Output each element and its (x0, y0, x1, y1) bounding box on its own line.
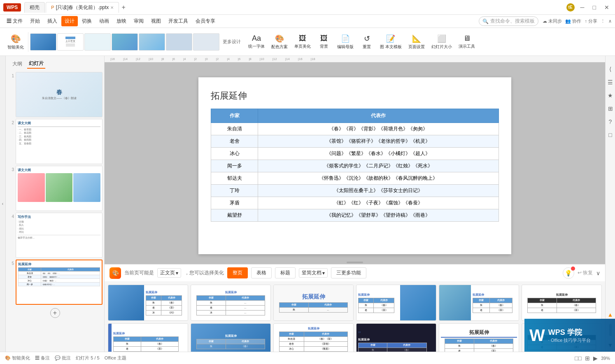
slide-item-3[interactable]: 3 课文大纲 (7, 166, 102, 211)
slide-item-2[interactable]: 2 课文大纲 · 一、春草图· 二、春花图· 三、春风图· 四、春雨图· 五、迎… (7, 119, 102, 164)
expand-button[interactable]: ∨ (596, 270, 600, 276)
background-button[interactable]: 🖼 背景 (315, 32, 333, 51)
template-card-2[interactable]: 拓展延伸 作家代表作 朱... 老... 冰... (191, 285, 271, 321)
rs-star-icon[interactable]: ★ (606, 90, 615, 100)
template-card-8[interactable]: 拓展延伸 作家代表作 朱《春》 (191, 323, 271, 352)
theme-thumb-5[interactable] (139, 33, 165, 51)
menu-view[interactable]: 视图 (148, 16, 164, 26)
tab-shell[interactable]: 稻壳 (24, 2, 45, 13)
menu-slideshow[interactable]: 放映 (113, 16, 130, 26)
comment-status[interactable]: 💬 批注 (55, 355, 71, 361)
color-scheme-label: 配色方案 (271, 44, 288, 50)
slide-5-title-preview: 拓展延伸 (18, 262, 100, 267)
menu-member[interactable]: 会员专享 (192, 16, 219, 26)
template-card-10[interactable]: " 拓展延伸 作家代表作 朱《春》 (356, 323, 436, 352)
present-tool-button[interactable]: 🖥 演示工具 (456, 32, 478, 51)
unified-font-button[interactable]: Aa 统一字体 (246, 32, 267, 51)
theme-thumb-1[interactable] (30, 33, 56, 51)
more-func-button[interactable]: 三更多功能 (331, 267, 366, 278)
page-type-select[interactable]: 正文页 ▾ (157, 268, 181, 278)
slide-beautify-button[interactable]: 🖼 单页美化 (292, 32, 313, 51)
slide-canvas[interactable]: 拓展延伸 作家 代表作 朱自清《春》《荷》《背影》《荷塘月色》《匆匆》老舍《茶馆… (198, 77, 511, 254)
share-button[interactable]: ↑ 分享 (585, 18, 597, 24)
slide-thumb-3[interactable]: 课文大纲 (16, 166, 102, 211)
outline-tab[interactable]: 大纲 (11, 60, 24, 68)
slide-thumb-2[interactable]: 课文大纲 · 一、春草图· 二、春花图· 三、春风图· 四、春雨图· 五、迎春图 (16, 119, 102, 164)
add-tab-button[interactable]: + (121, 4, 125, 11)
ai-beautify-status[interactable]: 🎨 智能美化 (5, 355, 30, 361)
theme-thumb-2[interactable]: 上工艺文 (57, 33, 84, 51)
theme-thumb-7[interactable] (193, 33, 219, 51)
rs-scroll-up-icon[interactable]: ⟨ (608, 64, 613, 74)
wps-account-icon[interactable]: tE (566, 3, 575, 12)
theme-thumb-6[interactable] (166, 33, 192, 51)
more-design-button[interactable]: 更多设计 (221, 39, 242, 45)
slide-thumb-5[interactable]: 拓展延伸 作家代表作 朱自清《春》《荷》《背影》... 老舍《茶馆》《骆驼祥子》… (16, 260, 102, 305)
more-menu-button[interactable]: ⋮ (601, 19, 605, 24)
view-grid-button[interactable]: ⊞ (585, 355, 590, 362)
sync-button[interactable]: ☁ 未同步 (543, 18, 562, 24)
template-card-11[interactable]: 拓展延伸 作家代表作 朱《春》 老《茶》 (439, 323, 519, 352)
rs-help-icon[interactable]: ? (607, 117, 614, 127)
slide-size-button[interactable]: ⬜ 幻灯片大小 (429, 32, 454, 51)
template-card-3[interactable]: 拓展延伸 作家代表作 朱... (273, 285, 354, 321)
edit-master-button[interactable]: 📄 编辑母版 (335, 32, 356, 51)
scroll-bar[interactable] (347, 262, 363, 263)
view-normal-button[interactable]: □□ (575, 355, 582, 362)
menu-file[interactable]: ☰ 文件 (3, 16, 26, 26)
template-card-6[interactable]: 拓展延伸 作家代表作 朱《春》 老《茶》 (522, 285, 602, 321)
menu-devtools[interactable]: 开发工具 (165, 16, 191, 26)
template-card-5[interactable]: 拓展延伸 作家代表作 朱《春》 老《茶》 (439, 285, 519, 321)
tab-shell-label: 稻壳 (30, 4, 40, 11)
collab-button[interactable]: 👥 协作 (565, 18, 581, 24)
slide-item-1[interactable]: 1 春 朱自清散文——《春》朗读 (7, 72, 102, 117)
rs-grid-icon[interactable]: ⊞ (606, 104, 615, 114)
menu-home[interactable]: 开始 (27, 16, 43, 26)
table-header-author: 作家 (211, 109, 258, 123)
menu-transition[interactable]: 切换 (79, 16, 95, 26)
menu-insert[interactable]: 插入 (44, 16, 61, 26)
text-master-button[interactable]: 📝 图 本文模板 (377, 32, 404, 51)
tab-file[interactable]: P [只读]春（美化前）.pptx ✕ (46, 2, 119, 13)
table-cell-author: 朱自清 (211, 123, 258, 135)
theme-thumb-4[interactable] (112, 33, 138, 51)
search-box[interactable]: 🔍 查找命令、搜索模板 (479, 16, 538, 26)
wholepage-button[interactable]: 整页 (227, 267, 248, 278)
panel-collapse-button[interactable]: ‹ (0, 56, 6, 352)
view-play-button[interactable]: ▶ (593, 355, 598, 362)
menu-animation[interactable]: 动画 (96, 16, 112, 26)
table-button[interactable]: 表格 (251, 267, 272, 278)
slide-thumb-4[interactable]: 写作手法 · 比喻· 拟人· 排比· 对比 修辞手法分析... (16, 213, 102, 258)
slide-item-5[interactable]: 5 拓展延伸 作家代表作 朱自清《春》《荷》《背影》... 老舍《茶馆》《骆驼祥… (7, 260, 102, 305)
menu-review[interactable]: 审阅 (130, 16, 147, 26)
close-button[interactable]: ✕ (602, 3, 612, 12)
template-card-7[interactable]: 拓展延伸 作家代表作 朱《春》 老《茶》 (108, 323, 188, 352)
note-status[interactable]: ☰ 备注 (35, 355, 50, 361)
restore-button[interactable]: ↩ 恢复 (578, 269, 593, 276)
bulb-button[interactable]: 💡 (563, 267, 574, 279)
rs-scroll-indicator-top[interactable]: ▲ (606, 310, 615, 320)
page-setup-button[interactable]: 📐 页面设置 (406, 32, 427, 51)
slides-tab[interactable]: 幻灯片 (27, 59, 45, 69)
color-scheme-button[interactable]: 🎨 配色方案 (269, 32, 290, 51)
ai-beautify-button[interactable]: 🎨 智能美化 (5, 32, 26, 52)
add-slide-button[interactable]: + (50, 308, 60, 318)
minimize-button[interactable]: ─ (578, 3, 587, 12)
tab-close-icon[interactable]: ✕ (110, 5, 114, 10)
maximize-button[interactable]: □ (590, 3, 599, 12)
rs-nav-icon[interactable]: ☰ (606, 77, 615, 87)
title-button[interactable]: 标题 (275, 267, 296, 278)
menu-design[interactable]: 设计 (61, 16, 78, 26)
simpledoc-select[interactable]: 竖简文档 ▾ (299, 268, 328, 278)
content-table: 作家 代表作 朱自清《春》《荷》《背影》《荷塘月色》《匆匆》老舍《茶馆》《骆驼祥… (211, 109, 499, 222)
template-card-4[interactable]: 拓展延伸 作家代表作 朱《春》 老《茶》 (356, 285, 436, 321)
slide-item-4[interactable]: 4 写作手法 · 比喻· 拟人· 排比· 对比 修辞手法分析... (7, 213, 102, 258)
theme-thumb-3[interactable] (84, 33, 111, 51)
template-card-1[interactable]: 拓展延伸 作家代表作 朱《春》 老《茶》 冰《问》 (108, 285, 188, 321)
slide-3-title: 课文大纲 (18, 168, 100, 172)
collapse-ribbon-button[interactable]: ∧ (608, 19, 612, 24)
slide-thumb-1[interactable]: 春 朱自清散文——《春》朗读 (16, 72, 102, 117)
rearrange-button[interactable]: ↺ 重置 (358, 32, 376, 51)
rs-layout-icon[interactable]: □ (607, 130, 613, 140)
template-card-9[interactable]: 拓展延伸 作家代表作 朱自清《春》《荷》 老舍《茶馆》 冰心《繁星》 闻一多《红… (273, 323, 354, 352)
